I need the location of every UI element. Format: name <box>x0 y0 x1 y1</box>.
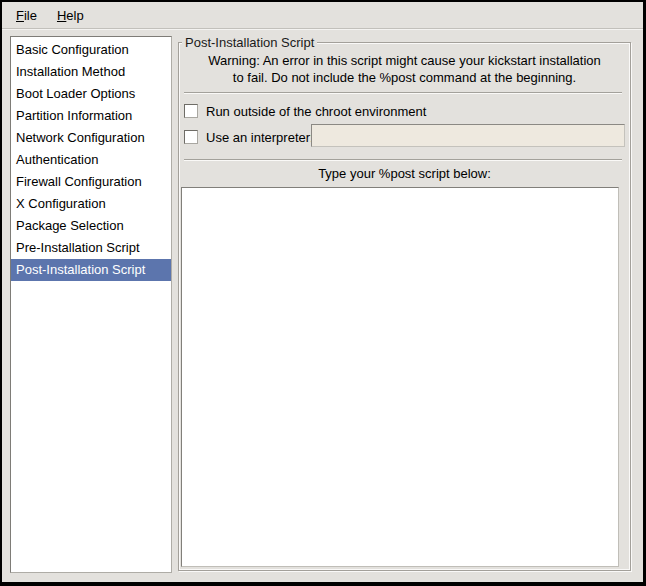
kickstart-configurator-window: File Help Basic Configuration Installati… <box>0 0 646 586</box>
sidebar-item-package-selection[interactable]: Package Selection <box>11 215 171 237</box>
frame-title: Post-Installation Script <box>182 35 317 50</box>
interpreter-checkbox-label[interactable]: Use an interpreter: <box>206 130 314 145</box>
chroot-checkbox[interactable] <box>184 104 198 118</box>
interpreter-checkbox[interactable] <box>184 130 198 144</box>
sidebar-item-installation-method[interactable]: Installation Method <box>11 61 171 83</box>
sidebar-item-authentication[interactable]: Authentication <box>11 149 171 171</box>
chroot-checkbox-row: Run outside of the chroot environment <box>184 102 426 120</box>
warning-text: Warning: An error in this script might c… <box>179 52 630 86</box>
chroot-checkbox-label[interactable]: Run outside of the chroot environment <box>206 104 426 119</box>
menu-help-label: elp <box>66 8 83 23</box>
sidebar-item-network-configuration[interactable]: Network Configuration <box>11 127 171 149</box>
post-script-textarea[interactable] <box>181 187 619 567</box>
sidebar-item-firewall-configuration[interactable]: Firewall Configuration <box>11 171 171 193</box>
sidebar-item-pre-installation-script[interactable]: Pre-Installation Script <box>11 237 171 259</box>
warning-line-2: to fail. Do not include the %post comman… <box>179 69 630 86</box>
sidebar-item-partition-information[interactable]: Partition Information <box>11 105 171 127</box>
menu-bar: File Help <box>2 2 643 29</box>
menu-file-accel: F <box>16 8 24 23</box>
separator <box>184 92 622 94</box>
sidebar-item-basic-configuration[interactable]: Basic Configuration <box>11 39 171 61</box>
script-area-label: Type your %post script below: <box>179 166 630 181</box>
menu-file-label: ile <box>24 8 37 23</box>
menu-help-accel: H <box>57 8 66 23</box>
warning-line-1: Warning: An error in this script might c… <box>179 52 630 69</box>
interpreter-checkbox-row: Use an interpreter: <box>184 128 314 146</box>
section-list: Basic Configuration Installation Method … <box>10 36 172 573</box>
sidebar-item-boot-loader-options[interactable]: Boot Loader Options <box>11 83 171 105</box>
post-installation-script-frame: Post-Installation Script Warning: An err… <box>178 42 631 571</box>
menu-file[interactable]: File <box>6 2 47 28</box>
menu-help[interactable]: Help <box>47 2 94 28</box>
sidebar-item-x-configuration[interactable]: X Configuration <box>11 193 171 215</box>
interpreter-input[interactable] <box>311 124 625 147</box>
sidebar-item-post-installation-script[interactable]: Post-Installation Script <box>11 259 171 281</box>
separator <box>184 159 622 161</box>
